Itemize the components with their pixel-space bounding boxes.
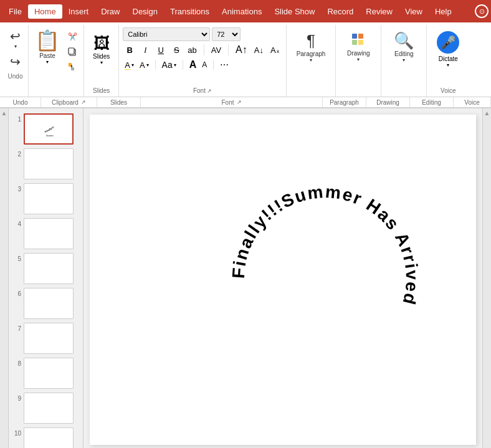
- font-size-aa-button[interactable]: Aa ▾: [160, 59, 178, 70]
- font-size-small-button[interactable]: A: [200, 60, 209, 70]
- canvas-area[interactable]: Finally!!!Summer Has Arrived: [83, 108, 482, 448]
- circular-text: Finally!!!Summer Has Arrived: [219, 173, 431, 387]
- vertical-scrollbar-left[interactable]: ▲: [0, 108, 9, 448]
- svg-text:Summer: Summer: [46, 135, 53, 137]
- slide-preview-7[interactable]: [24, 323, 74, 354]
- font-color-button[interactable]: A ▾: [123, 60, 136, 70]
- slide-num-8: 8: [12, 360, 21, 367]
- paragraph-group: ¶ Paragraph ▾: [287, 25, 336, 97]
- slide-thumb-6[interactable]: 6: [12, 288, 79, 319]
- menu-slideshow[interactable]: Slide Show: [268, 4, 321, 19]
- undo-label-bar: Undo: [0, 97, 41, 107]
- redo-button[interactable]: ↪: [7, 53, 23, 70]
- svg-text:Finally!!!: Finally!!!: [44, 125, 55, 133]
- dictate-button[interactable]: 🎤 Dictate ▾: [431, 27, 465, 78]
- paragraph-label-bar: Paragraph: [323, 97, 366, 107]
- menu-draw[interactable]: Draw: [95, 4, 126, 19]
- ribbon-divider4: [183, 60, 183, 70]
- bold-button[interactable]: B: [123, 43, 136, 57]
- italic-button[interactable]: I: [138, 43, 152, 57]
- slide-thumb-2[interactable]: 2: [12, 148, 79, 179]
- clipboard-dialog-launcher[interactable]: ↗: [81, 99, 86, 105]
- slide-preview-10[interactable]: [24, 427, 74, 448]
- font-family-select[interactable]: Calibri Arial Times New Roman: [123, 27, 210, 41]
- font-size-large-button[interactable]: A: [188, 59, 199, 71]
- menu-insert[interactable]: Insert: [62, 4, 95, 19]
- slide-thumb-5[interactable]: 5: [12, 253, 79, 284]
- slide-preview-5[interactable]: [24, 253, 74, 284]
- menu-view[interactable]: View: [399, 4, 429, 19]
- slide-num-1: 1: [12, 116, 21, 123]
- editing-label-bar: Editing: [410, 97, 454, 107]
- copy-button[interactable]: [65, 45, 80, 59]
- vertical-scrollbar-right[interactable]: ▲ ▼: [482, 108, 491, 448]
- svg-rect-1: [69, 48, 74, 54]
- slide-thumb-9[interactable]: 9: [12, 393, 79, 424]
- slide-num-10: 10: [12, 430, 21, 437]
- menu-review[interactable]: Review: [360, 4, 399, 19]
- slide-preview-6[interactable]: [24, 288, 74, 319]
- font-size-select[interactable]: 72 24 36 48: [212, 27, 241, 41]
- voice-label-bar: Voice: [454, 97, 491, 107]
- paste-button[interactable]: 📋 Paste ▾: [32, 27, 62, 66]
- undo-group: ↩ ▾ ↪ Undo: [2, 25, 29, 97]
- slide-thumb-10[interactable]: 10: [12, 427, 79, 448]
- font-size-decrease-button[interactable]: A↓: [252, 43, 266, 57]
- eq-button[interactable]: ab: [185, 43, 199, 57]
- menu-transitions[interactable]: Transitions: [164, 4, 216, 19]
- undo-label: Undo: [8, 73, 23, 80]
- slide-thumb-7[interactable]: 7: [12, 323, 79, 354]
- svg-rect-5: [352, 34, 357, 39]
- svg-text:Finally!!!Summer Has Arrived: Finally!!!Summer Has Arrived: [229, 182, 422, 307]
- font-spacing-button[interactable]: AV: [209, 43, 224, 57]
- slide-num-6: 6: [12, 290, 21, 297]
- slide-num-7: 7: [12, 325, 21, 332]
- slides-label-bar: Slides: [97, 97, 141, 107]
- slide-preview-4[interactable]: [24, 218, 74, 249]
- menu-animations[interactable]: Animations: [216, 4, 268, 19]
- ribbon-divider: [204, 44, 204, 55]
- editing-button[interactable]: 🔍 Editing ▾: [385, 27, 422, 87]
- font-dialog-launcher2[interactable]: ↗: [237, 99, 242, 105]
- account-icon[interactable]: ⊙: [475, 4, 489, 18]
- slides-button[interactable]: 🖼 Slides ▾: [89, 27, 113, 71]
- mic-icon: 🎤: [437, 31, 459, 54]
- underline-button[interactable]: U: [154, 43, 168, 57]
- menu-record[interactable]: Record: [321, 4, 360, 19]
- voice-group-label: Voice: [427, 87, 469, 94]
- menu-file[interactable]: File: [2, 4, 28, 19]
- slide-preview-9[interactable]: [24, 393, 74, 424]
- slide-thumb-4[interactable]: 4: [12, 218, 79, 249]
- slide-preview-2[interactable]: [24, 148, 74, 179]
- paragraph-button[interactable]: ¶ Paragraph ▾: [290, 27, 332, 87]
- slide-preview-3[interactable]: [24, 183, 74, 214]
- clipboard-label-bar: Clipboard ↗: [41, 97, 97, 107]
- slide-preview-1[interactable]: Finally!!! Summer: [24, 113, 74, 145]
- ribbon-labels-bar: Undo Clipboard ↗ Slides Font ↗ Paragraph…: [0, 97, 491, 108]
- slide-thumb-1[interactable]: 1 Finally!!! Summer: [12, 113, 79, 145]
- slide-preview-8[interactable]: [24, 358, 74, 389]
- slide-thumb-8[interactable]: 8: [12, 358, 79, 389]
- font-group-label: Font ↗: [119, 87, 285, 94]
- format-painter-button[interactable]: [65, 60, 80, 74]
- font-options-button[interactable]: ⋯: [218, 59, 231, 70]
- svg-rect-8: [358, 40, 363, 45]
- slides-group: 🖼 Slides ▾ Slides: [84, 25, 119, 97]
- menu-help[interactable]: Help: [429, 4, 458, 19]
- slide-num-2: 2: [12, 151, 21, 158]
- font-size-increase-button[interactable]: A↑: [233, 43, 250, 57]
- font-highlight-button[interactable]: A ▾: [138, 60, 151, 70]
- drawing-group: Drawing ▾: [336, 25, 381, 97]
- drawing-button[interactable]: Drawing ▾: [340, 27, 377, 87]
- undo-button[interactable]: ↩ ▾: [7, 27, 23, 50]
- menu-design[interactable]: Design: [126, 4, 164, 19]
- menubar: File Home Insert Draw Design Transitions…: [0, 0, 491, 22]
- strikethrough-button[interactable]: S: [169, 43, 183, 57]
- slide-canvas[interactable]: Finally!!!Summer Has Arrived: [90, 115, 476, 445]
- ribbon-divider2: [228, 44, 229, 55]
- cut-button[interactable]: ✂️: [65, 30, 80, 44]
- slide-thumb-3[interactable]: 3: [12, 183, 79, 214]
- font-dialog-launcher[interactable]: ↗: [207, 88, 212, 94]
- clear-formatting-button[interactable]: Aₓ: [268, 43, 282, 57]
- menu-home[interactable]: Home: [28, 4, 62, 19]
